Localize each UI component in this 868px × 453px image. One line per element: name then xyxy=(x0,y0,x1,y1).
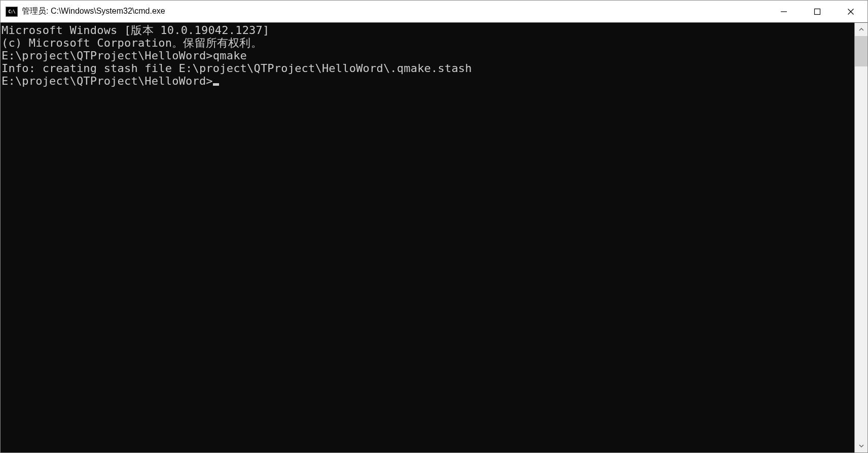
minimize-icon xyxy=(780,8,787,15)
maximize-icon xyxy=(814,8,821,15)
minimize-button[interactable] xyxy=(767,1,801,22)
terminal-output[interactable]: Microsoft Windows [版本 10.0.19042.1237](c… xyxy=(1,23,854,452)
titlebar[interactable]: C:\ 管理员: C:\Windows\System32\cmd.exe xyxy=(1,1,867,23)
command-prompt-window: C:\ 管理员: C:\Windows\System32\cmd.exe Mic… xyxy=(0,0,868,453)
terminal-line: E:\project\QTProject\HelloWord> xyxy=(2,75,854,87)
cmd-icon: C:\ xyxy=(6,7,18,17)
close-icon xyxy=(847,8,854,15)
terminal-line: Info: creating stash file E:\project\QTP… xyxy=(2,62,854,75)
close-button[interactable] xyxy=(834,1,867,22)
terminal-line: E:\project\QTProject\HelloWord>qmake xyxy=(2,49,854,62)
vertical-scrollbar[interactable] xyxy=(854,23,867,452)
maximize-button[interactable] xyxy=(801,1,834,22)
chevron-up-icon xyxy=(859,27,864,32)
window-controls xyxy=(767,1,867,22)
chevron-down-icon xyxy=(859,443,864,448)
scroll-track[interactable] xyxy=(855,36,867,439)
scroll-thumb[interactable] xyxy=(855,36,867,66)
cmd-icon-text: C:\ xyxy=(8,9,15,14)
window-title: 管理员: C:\Windows\System32\cmd.exe xyxy=(22,6,767,17)
content-area: Microsoft Windows [版本 10.0.19042.1237](c… xyxy=(1,23,867,452)
scroll-down-button[interactable] xyxy=(855,439,867,452)
terminal-line: (c) Microsoft Corporation。保留所有权利。 xyxy=(2,37,854,49)
scroll-up-button[interactable] xyxy=(855,23,867,36)
terminal-line: Microsoft Windows [版本 10.0.19042.1237] xyxy=(2,24,854,37)
terminal-cursor xyxy=(213,83,219,86)
svg-rect-1 xyxy=(815,9,820,14)
